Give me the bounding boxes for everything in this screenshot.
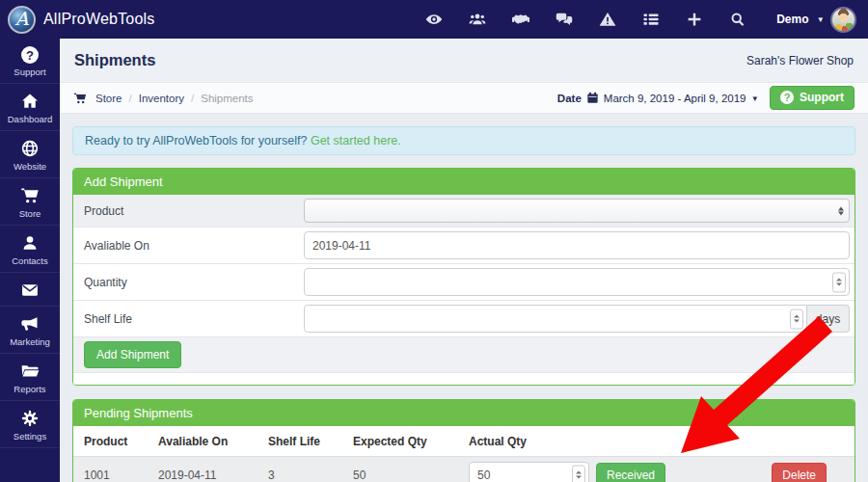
megaphone-icon (20, 314, 40, 334)
eye-icon[interactable] (425, 11, 443, 28)
days-addon: days (807, 305, 850, 333)
promo-alert: Ready to try AllProWebTools for yourself… (72, 126, 855, 155)
pending-shipments-title: Pending Shipments (73, 400, 854, 426)
folder-icon (20, 362, 40, 381)
cell-expected: 50 (353, 469, 469, 482)
received-button[interactable]: Received (596, 463, 665, 482)
warning-icon[interactable] (599, 11, 616, 28)
date-range-value: March 9, 2019 - April 9, 2019 (604, 93, 746, 104)
quantity-input[interactable] (304, 268, 850, 296)
add-shipment-title: Add Shipment (73, 169, 854, 195)
available-row: Avaliable On (73, 228, 854, 264)
tasks-icon[interactable] (642, 11, 660, 28)
quantity-row: Quantity (73, 264, 854, 301)
col-available: Avaliable On (158, 435, 268, 448)
support-button[interactable]: ? Support (770, 86, 854, 110)
shelf-life-label: Shelf Life (84, 312, 304, 326)
question-icon: ? (780, 91, 794, 104)
add-shipment-panel: Add Shipment Product Avaliable On Quanti… (72, 168, 855, 386)
available-label: Avaliable On (84, 239, 304, 253)
delete-button[interactable]: Delete (772, 463, 827, 482)
sidebar-item-settings[interactable]: Settings (0, 401, 60, 448)
plus-icon[interactable] (686, 11, 703, 28)
handshake-icon[interactable] (512, 11, 529, 28)
actual-qty-stepper[interactable] (572, 465, 585, 482)
breadcrumb-current: Shipments (201, 93, 253, 104)
shelf-life-input[interactable] (304, 305, 807, 333)
app-logo[interactable]: A (8, 6, 36, 34)
user-menu[interactable]: Demo ▾ (776, 7, 856, 33)
sidebar: ? Support Dashboard Website Store Contac… (0, 39, 60, 482)
date-range-picker[interactable]: Date March 9, 2019 - April 9, 2019 ▾ (557, 92, 757, 104)
top-navbar: A AllProWebTools Demo ▾ (0, 0, 868, 39)
quantity-stepper[interactable] (832, 272, 846, 292)
sidebar-item-contacts[interactable]: Contacts (0, 226, 60, 273)
shelf-life-stepper[interactable] (790, 308, 803, 329)
account-name: Sarah's Flower Shop (746, 54, 854, 67)
promo-text: Ready to try AllProWebTools for yourself… (85, 134, 307, 147)
breadcrumb-bar: Store / Inventory / Shipments Date March… (60, 82, 868, 114)
col-product: Product (84, 435, 158, 448)
user-name: Demo (776, 13, 808, 26)
select-carets-icon (838, 206, 844, 215)
table-row: 1001 2019-04-11 3 50 Received Delete (73, 457, 854, 482)
date-label: Date (557, 93, 582, 104)
question-icon: ? (21, 46, 39, 64)
quantity-label: Quantity (84, 276, 304, 289)
cell-product: 1001 (84, 469, 158, 482)
sidebar-item-store[interactable]: Store (0, 178, 60, 226)
shelf-life-row: Shelf Life days (73, 301, 854, 337)
navbar-actions: Demo ▾ (425, 7, 856, 33)
cart-icon (20, 186, 40, 205)
globe-icon (20, 139, 40, 158)
main-area: Shipments Sarah's Flower Shop Store / In… (60, 39, 868, 482)
table-header: Product Avaliable On Shelf Life Expected… (73, 426, 854, 457)
sidebar-item-reports[interactable]: Reports (0, 354, 60, 401)
product-row: Product (73, 195, 854, 228)
breadcrumb-inventory[interactable]: Inventory (139, 93, 184, 104)
users-icon[interactable] (469, 11, 486, 28)
chat-icon[interactable] (556, 11, 573, 28)
sidebar-item-dashboard[interactable]: Dashboard (0, 84, 60, 131)
col-expected: Expected Qty (353, 435, 469, 448)
cell-actual: Received Delete (469, 462, 844, 482)
add-shipment-footer: Add Shipment (73, 337, 854, 373)
avatar[interactable] (830, 7, 856, 33)
available-on-input[interactable] (304, 231, 850, 259)
get-started-link[interactable]: Get started here. (311, 134, 401, 147)
cell-shelf: 3 (268, 469, 353, 482)
sidebar-item-support[interactable]: ? Support (0, 39, 60, 84)
add-shipment-button[interactable]: Add Shipment (84, 341, 181, 368)
calendar-icon (586, 92, 599, 104)
sidebar-item-marketing[interactable]: Marketing (0, 307, 60, 354)
breadcrumb: Store / Inventory / Shipments (73, 92, 557, 105)
home-icon (20, 92, 40, 111)
product-select[interactable] (304, 199, 850, 223)
person-icon (20, 233, 40, 253)
breadcrumb-store[interactable]: Store (95, 93, 122, 104)
brand-name: AllProWebTools (43, 11, 154, 28)
chevron-down-icon: ▾ (752, 94, 757, 103)
cell-available: 2019-04-11 (158, 469, 268, 482)
col-shelf: Shelf Life (268, 435, 353, 448)
page-header: Shipments Sarah's Flower Shop (60, 39, 868, 82)
col-actual: Actual Qty (469, 435, 844, 448)
envelope-icon (20, 281, 40, 300)
search-icon[interactable] (729, 11, 746, 28)
page-title: Shipments (74, 51, 155, 69)
cart-icon (73, 92, 87, 105)
pending-shipments-panel: Pending Shipments Product Avaliable On S… (72, 399, 855, 482)
product-label: Product (84, 204, 304, 218)
gear-icon (20, 409, 40, 428)
sidebar-item-website[interactable]: Website (0, 131, 60, 178)
content: Ready to try AllProWebTools for yourself… (60, 114, 868, 482)
sidebar-item-messages[interactable] (0, 273, 60, 307)
chevron-down-icon: ▾ (818, 14, 823, 24)
